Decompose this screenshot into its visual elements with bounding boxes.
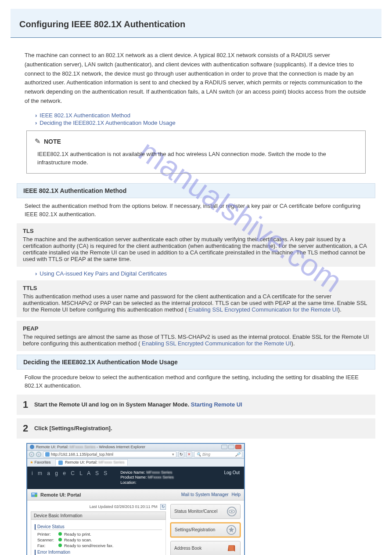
svg-rect-2: [32, 493, 35, 494]
printer-status-row: Printer:Ready to print.: [37, 532, 162, 537]
error-info-head: Error Information: [35, 550, 162, 555]
search-go-icon[interactable]: 🔎: [235, 452, 240, 457]
methods-links: IEEE 802.1X Authentication Method Decidi…: [35, 112, 381, 126]
device-info: Device Name: MFxxxx Series Product Name:…: [120, 470, 174, 486]
logout-link[interactable]: Log Out: [224, 470, 240, 486]
tls-title: TLS: [23, 228, 369, 234]
browser-titlebar: Remote UI: Portal: MFxxxx Series - Windo…: [27, 444, 244, 451]
link-ssl-inline-2[interactable]: Enabling SSL Encrypted Communication for…: [142, 340, 291, 347]
basic-info-body: Device Status Printer:Ready to print. Sc…: [31, 520, 166, 555]
step-2-text: Click [Settings/Registration].: [34, 425, 112, 432]
peap-block: PEAP The required settings are almost th…: [17, 321, 375, 351]
screenshot: Remote UI: Portal: MFxxxx Series - Windo…: [26, 443, 245, 555]
star-icon: ★: [30, 460, 33, 464]
title-band: Configuring IEEE 802.1X Authentication: [11, 9, 381, 38]
fax-status-row: Fax:Ready to send/receive fax.: [37, 543, 162, 548]
intro-paragraph: The machine can connect to an 802.1X net…: [25, 51, 367, 106]
portal-icon: [31, 491, 38, 498]
book-icon: [227, 544, 237, 553]
address-book-button[interactable]: Address Book: [170, 541, 241, 555]
tls-block: TLS The machine and the authentication s…: [17, 223, 375, 267]
settings-icon: [227, 525, 236, 535]
method-body: Select the authentication method from th…: [25, 202, 367, 219]
stop-button[interactable]: ✕: [186, 451, 192, 457]
favorites-button[interactable]: ★ Favorites: [30, 460, 51, 464]
favorites-bar: ★ Favorites Remote UI: Portal: MFxxxx Se…: [27, 459, 244, 467]
mail-help-links: Mail to System Manager Help: [181, 492, 241, 497]
address-bar[interactable]: http://192.168.1.135/portal_top.html ▾: [43, 451, 176, 457]
step-1-text: Start the Remote UI and log on in System…: [34, 401, 242, 408]
device-status-head: Device Status: [35, 524, 162, 530]
link-ssl-inline[interactable]: Enabling SSL Encrypted Communication for…: [188, 306, 338, 313]
step-number-1: 1: [23, 399, 28, 410]
dropdown-icon[interactable]: ▾: [172, 452, 174, 457]
refresh-icon[interactable]: ↻: [160, 504, 166, 510]
active-tab[interactable]: Remote UI: Portal: MFxxxx Series: [55, 459, 128, 466]
refresh-button[interactable]: ↻: [178, 451, 184, 457]
note-title: NOTE: [35, 137, 357, 145]
status-dot-green: [58, 538, 62, 541]
step-2: 2 Click [Settings/Registration].: [17, 418, 375, 439]
back-button[interactable]: ‹: [29, 452, 34, 457]
svg-point-6: [231, 511, 233, 512]
basic-info-head: Device Basic Information: [31, 511, 166, 520]
section-bar-deciding: Deciding the IEEE802.1X Authentication M…: [17, 355, 375, 370]
step-number-2: 2: [23, 423, 28, 434]
window-title: Remote UI: Portal: MFxxxx Series - Windo…: [36, 445, 145, 449]
note-body: IEEE802.1X authentication is not availab…: [37, 150, 357, 167]
link-ca-keys[interactable]: Using CA-issued Key Pairs and Digital Ce…: [35, 270, 381, 277]
scanner-status-row: Scanner:Ready to scan.: [37, 537, 162, 542]
globe-icon: [30, 445, 34, 449]
ttls-body: This authentication method uses a user n…: [23, 293, 369, 313]
peap-body: The required settings are almost the sam…: [23, 334, 369, 347]
device-header: i m a g e C L A S S Device Name: MFxxxx …: [27, 467, 244, 489]
page-icon: [45, 452, 50, 457]
page: Configuring IEEE 802.1X Authentication T…: [0, 0, 392, 555]
min-button[interactable]: [221, 445, 227, 449]
ttls-title: TTLS: [23, 285, 369, 291]
brand-logo: i m a g e C L A S S: [32, 470, 109, 476]
link-method-header[interactable]: IEEE 802.1X Authentication Method: [35, 112, 381, 119]
tab-icon: [58, 461, 63, 465]
page-title: Configuring IEEE 802.1X Authentication: [19, 19, 373, 29]
peap-title: PEAP: [23, 325, 369, 332]
eye-icon: [227, 507, 237, 516]
status-dot-green: [58, 544, 62, 547]
close-button[interactable]: [235, 445, 241, 449]
help-link[interactable]: Help: [231, 492, 241, 497]
portal-body: Last Updated 02/28/2013 01:20:11 PM ↻ De…: [27, 501, 244, 555]
last-updated: Last Updated 02/28/2013 01:20:11 PM ↻: [31, 504, 166, 510]
portal-bar: Remote UI: Portal Mail to System Manager…: [27, 489, 244, 501]
svg-point-3: [35, 494, 37, 497]
portal-title: Remote UI: Portal: [40, 492, 81, 497]
ttls-block: TTLS This authentication method uses a u…: [17, 280, 375, 317]
link-start-remote-ui[interactable]: Starting Remote UI: [191, 401, 242, 408]
portal-right: Status Monitor/Cancel Settings/Registrat…: [170, 504, 241, 555]
deciding-body: Follow the procedure below to select the…: [25, 373, 367, 390]
browser-navbar: ‹ › http://192.168.1.135/portal_top.html…: [27, 451, 244, 459]
settings-registration-button[interactable]: Settings/Registration: [170, 522, 241, 537]
mail-link[interactable]: Mail to System Manager: [181, 492, 229, 497]
portal-left: Last Updated 02/28/2013 01:20:11 PM ↻ De…: [31, 504, 166, 555]
search-icon: 🔍: [196, 452, 201, 457]
tls-body: The machine and the authentication serve…: [23, 236, 369, 262]
step-1: 1 Start the Remote UI and log on in Syst…: [17, 395, 375, 415]
link-deciding-header[interactable]: Deciding the IEEE802.1X Authentication M…: [35, 120, 381, 126]
section-bar-method: IEEE 802.1X Authentication Method: [17, 183, 375, 198]
forward-button[interactable]: ›: [36, 452, 41, 457]
search-box[interactable]: 🔍 Bing 🔎: [194, 451, 242, 457]
max-button[interactable]: [228, 445, 234, 449]
status-monitor-button[interactable]: Status Monitor/Cancel: [170, 504, 241, 519]
note-box: NOTE IEEE802.1X authentication is not av…: [26, 131, 366, 174]
status-dot-green: [58, 532, 62, 536]
